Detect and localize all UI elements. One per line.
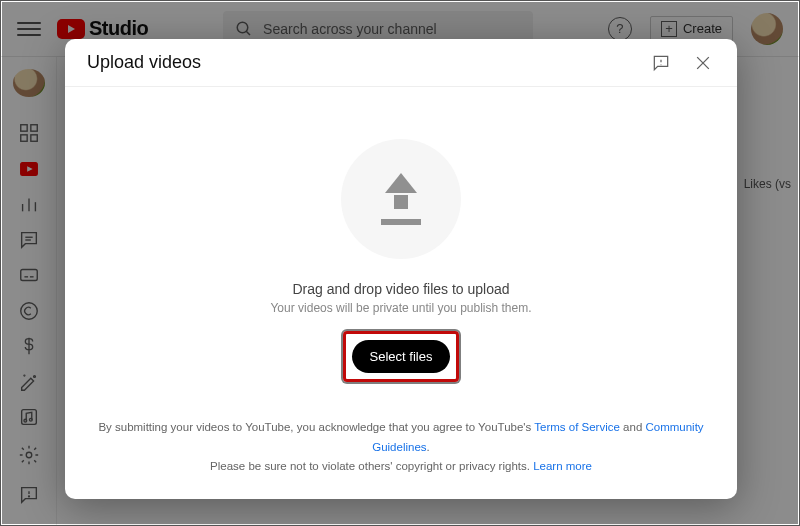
- select-files-highlight: Select files: [343, 331, 460, 382]
- send-feedback-icon[interactable]: [649, 51, 673, 75]
- learn-more-link[interactable]: Learn more: [533, 460, 592, 472]
- dialog-header: Upload videos: [65, 39, 737, 87]
- footer-line-2: Please be sure not to violate others' co…: [95, 457, 707, 477]
- dialog-title: Upload videos: [87, 52, 201, 73]
- select-files-button[interactable]: Select files: [352, 340, 451, 373]
- dropzone-main-text: Drag and drop video files to upload: [292, 281, 509, 297]
- terms-of-service-link[interactable]: Terms of Service: [534, 421, 620, 433]
- upload-dialog: Upload videos Drag and drop video files …: [65, 39, 737, 499]
- dropzone-sub-text: Your videos will be private until you pu…: [270, 301, 531, 315]
- footer-line-1: By submitting your videos to YouTube, yo…: [95, 418, 707, 457]
- upload-icon: [381, 173, 421, 225]
- dialog-footer: By submitting your videos to YouTube, yo…: [65, 404, 737, 499]
- close-icon[interactable]: [691, 51, 715, 75]
- upload-dropzone[interactable]: Drag and drop video files to upload Your…: [65, 87, 737, 404]
- svg-point-27: [661, 64, 662, 65]
- upload-circle: [341, 139, 461, 259]
